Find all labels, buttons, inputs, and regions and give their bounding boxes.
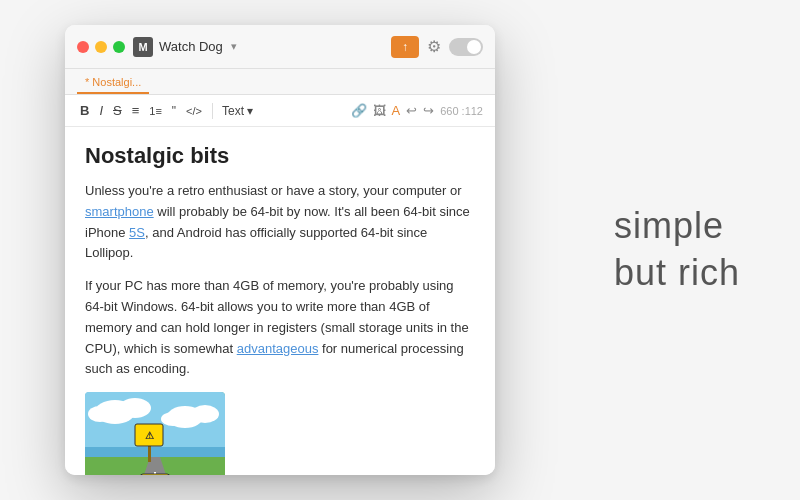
maximize-button[interactable] xyxy=(113,41,125,53)
svg-text:⚠: ⚠ xyxy=(145,430,154,441)
strikethrough-button[interactable]: S xyxy=(110,101,125,120)
window-title: Watch Dog xyxy=(159,39,223,54)
link-advantageous[interactable]: advantageous xyxy=(237,341,319,356)
tagline-line1: simple xyxy=(614,203,740,250)
toolbar: B I S ≡ 1≡ " </> Text ▾ 🔗 🖼 A ↩ ↪ 660 :1… xyxy=(65,95,495,127)
unordered-list-button[interactable]: ≡ xyxy=(129,101,143,120)
paragraph-1: Unless you're a retro enthusiast or have… xyxy=(85,181,475,264)
close-button[interactable] xyxy=(77,41,89,53)
ordered-list-button[interactable]: 1≡ xyxy=(146,103,165,119)
code-button[interactable]: </> xyxy=(183,103,205,119)
text-mode-label: Text xyxy=(222,104,244,118)
svg-point-6 xyxy=(161,412,185,426)
image-icon[interactable]: 🖼 xyxy=(373,103,386,118)
tab-bar: * Nostalgi... xyxy=(65,69,495,95)
bold-button[interactable]: B xyxy=(77,101,92,120)
svg-point-2 xyxy=(119,398,151,418)
svg-point-3 xyxy=(88,406,112,422)
app-window: M Watch Dog ▾ ↑ ⚙ * Nostalgi... B I S ≡ … xyxy=(65,25,495,475)
screen: M Watch Dog ▾ ↑ ⚙ * Nostalgi... B I S ≡ … xyxy=(0,0,800,500)
document-body: Unless you're a retro enthusiast or have… xyxy=(85,181,475,475)
title-bar-right: ↑ ⚙ xyxy=(391,36,483,58)
toolbar-divider xyxy=(212,103,213,119)
link-smartphone[interactable]: smartphone xyxy=(85,204,154,219)
link-icon[interactable]: 🔗 xyxy=(351,103,367,118)
gear-icon[interactable]: ⚙ xyxy=(427,37,441,56)
coordinates: 660 :112 xyxy=(440,105,483,117)
upload-button[interactable]: ↑ xyxy=(391,36,419,58)
toggle-knob xyxy=(467,40,481,54)
app-icon: M xyxy=(133,37,153,57)
toolbar-right: 🔗 🖼 A ↩ ↪ 660 :112 xyxy=(351,103,484,118)
title-bar: M Watch Dog ▾ ↑ ⚙ xyxy=(65,25,495,69)
title-bar-center: M Watch Dog ▾ xyxy=(133,37,237,57)
highlight-icon[interactable]: A xyxy=(392,103,401,118)
italic-button[interactable]: I xyxy=(96,101,106,120)
minimize-button[interactable] xyxy=(95,41,107,53)
svg-rect-14 xyxy=(140,474,170,475)
inline-image: ⚠ xyxy=(85,392,225,475)
paragraph-2: If your PC has more than 4GB of memory, … xyxy=(85,276,475,380)
svg-point-5 xyxy=(191,405,219,423)
content-area[interactable]: Nostalgic bits Unless you're a retro ent… xyxy=(65,127,495,475)
traffic-lights xyxy=(77,41,125,53)
toggle-switch[interactable] xyxy=(449,38,483,56)
redo-icon[interactable]: ↪ xyxy=(423,103,434,118)
undo-icon[interactable]: ↩ xyxy=(406,103,417,118)
text-mode-dropdown-arrow: ▾ xyxy=(247,104,253,118)
link-5s[interactable]: 5S xyxy=(129,225,145,240)
active-tab[interactable]: * Nostalgi... xyxy=(77,72,149,94)
blockquote-button[interactable]: " xyxy=(169,102,179,120)
title-dropdown-arrow[interactable]: ▾ xyxy=(231,40,237,53)
text-mode-select[interactable]: Text ▾ xyxy=(222,104,253,118)
tagline-line2: but rich xyxy=(614,250,740,297)
tagline: simple but rich xyxy=(614,203,740,297)
document-title: Nostalgic bits xyxy=(85,143,475,169)
